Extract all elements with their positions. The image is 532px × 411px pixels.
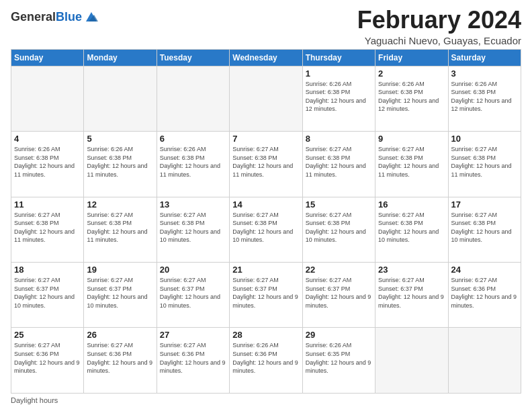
calendar-cell: 12Sunrise: 6:27 AM Sunset: 6:38 PM Dayli… <box>84 197 157 262</box>
calendar-cell: 20Sunrise: 6:27 AM Sunset: 6:37 PM Dayli… <box>157 263 229 328</box>
day-number: 16 <box>378 199 445 210</box>
day-info: Sunrise: 6:27 AM Sunset: 6:38 PM Dayligh… <box>160 211 226 244</box>
day-info: Sunrise: 6:27 AM Sunset: 6:38 PM Dayligh… <box>451 211 518 244</box>
calendar-cell: 3Sunrise: 6:26 AM Sunset: 6:38 PM Daylig… <box>448 66 521 131</box>
calendar-week-3: 11Sunrise: 6:27 AM Sunset: 6:38 PM Dayli… <box>11 197 521 262</box>
day-info: Sunrise: 6:27 AM Sunset: 6:38 PM Dayligh… <box>378 145 445 179</box>
calendar-cell: 19Sunrise: 6:27 AM Sunset: 6:37 PM Dayli… <box>84 263 157 328</box>
calendar-cell: 6Sunrise: 6:26 AM Sunset: 6:38 PM Daylig… <box>157 132 229 197</box>
calendar-header-thursday: Thursday <box>302 49 375 66</box>
calendar-header-friday: Friday <box>375 49 448 66</box>
day-number: 15 <box>306 199 372 210</box>
calendar-cell: 29Sunrise: 6:26 AM Sunset: 6:35 PM Dayli… <box>302 328 375 394</box>
day-info: Sunrise: 6:27 AM Sunset: 6:37 PM Dayligh… <box>87 276 153 310</box>
calendar-cell: 23Sunrise: 6:27 AM Sunset: 6:37 PM Dayli… <box>375 263 448 328</box>
logo: GeneralBlue <box>11 9 99 26</box>
day-info: Sunrise: 6:27 AM Sunset: 6:37 PM Dayligh… <box>306 276 372 310</box>
calendar-header-tuesday: Tuesday <box>157 49 229 66</box>
day-info: Sunrise: 6:27 AM Sunset: 6:38 PM Dayligh… <box>87 211 153 244</box>
calendar-cell: 22Sunrise: 6:27 AM Sunset: 6:37 PM Dayli… <box>302 263 375 328</box>
day-number: 20 <box>160 265 226 275</box>
calendar-cell: 9Sunrise: 6:27 AM Sunset: 6:38 PM Daylig… <box>375 132 448 197</box>
calendar-cell: 8Sunrise: 6:27 AM Sunset: 6:38 PM Daylig… <box>302 132 375 197</box>
day-number: 22 <box>306 265 372 275</box>
day-info: Sunrise: 6:26 AM Sunset: 6:35 PM Dayligh… <box>306 341 372 375</box>
logo-blue-text: Blue <box>56 10 82 24</box>
calendar-cell: 15Sunrise: 6:27 AM Sunset: 6:38 PM Dayli… <box>302 197 375 262</box>
day-number: 8 <box>306 134 372 144</box>
day-number: 3 <box>451 68 518 79</box>
calendar-week-5: 25Sunrise: 6:27 AM Sunset: 6:36 PM Dayli… <box>11 328 521 394</box>
calendar-cell: 26Sunrise: 6:27 AM Sunset: 6:36 PM Dayli… <box>84 328 157 394</box>
calendar-cell <box>375 328 448 394</box>
day-info: Sunrise: 6:27 AM Sunset: 6:37 PM Dayligh… <box>232 276 299 310</box>
calendar-cell <box>84 66 157 131</box>
day-number: 9 <box>378 134 445 144</box>
logo-general-text: General <box>11 10 56 24</box>
day-number: 12 <box>87 199 153 210</box>
day-info: Sunrise: 6:26 AM Sunset: 6:38 PM Dayligh… <box>451 80 518 113</box>
calendar-header-monday: Monday <box>84 49 157 66</box>
day-info: Sunrise: 6:27 AM Sunset: 6:38 PM Dayligh… <box>378 211 445 244</box>
day-info: Sunrise: 6:27 AM Sunset: 6:36 PM Dayligh… <box>160 341 226 375</box>
day-number: 14 <box>232 199 299 210</box>
day-info: Sunrise: 6:26 AM Sunset: 6:38 PM Dayligh… <box>160 145 226 179</box>
calendar-cell <box>157 66 229 131</box>
calendar-cell: 10Sunrise: 6:27 AM Sunset: 6:38 PM Dayli… <box>448 132 521 197</box>
calendar-cell: 1Sunrise: 6:26 AM Sunset: 6:38 PM Daylig… <box>302 66 375 131</box>
day-number: 4 <box>14 134 81 144</box>
footer: Daylight hours <box>11 396 521 404</box>
day-info: Sunrise: 6:27 AM Sunset: 6:37 PM Dayligh… <box>378 276 445 310</box>
day-number: 21 <box>232 265 299 275</box>
calendar-cell <box>230 66 302 131</box>
day-number: 10 <box>451 134 518 144</box>
day-number: 6 <box>160 134 226 144</box>
calendar-cell <box>448 328 521 394</box>
calendar-header-wednesday: Wednesday <box>230 49 302 66</box>
calendar-week-4: 18Sunrise: 6:27 AM Sunset: 6:37 PM Dayli… <box>11 263 521 328</box>
day-number: 28 <box>232 330 299 340</box>
day-number: 29 <box>306 330 372 340</box>
header: GeneralBlue February 2024 Yaguachi Nuevo… <box>11 7 521 46</box>
header-right: February 2024 Yaguachi Nuevo, Guayas, Ec… <box>357 7 521 46</box>
calendar-header-saturday: Saturday <box>448 49 521 66</box>
day-number: 13 <box>160 199 226 210</box>
day-number: 17 <box>451 199 518 210</box>
day-number: 25 <box>14 330 81 340</box>
page: GeneralBlue February 2024 Yaguachi Nuevo… <box>0 0 532 411</box>
calendar-header-row: SundayMondayTuesdayWednesdayThursdayFrid… <box>11 49 521 66</box>
day-info: Sunrise: 6:26 AM Sunset: 6:38 PM Dayligh… <box>87 145 153 179</box>
day-number: 23 <box>378 265 445 275</box>
calendar-cell: 7Sunrise: 6:27 AM Sunset: 6:38 PM Daylig… <box>230 132 302 197</box>
day-info: Sunrise: 6:27 AM Sunset: 6:38 PM Dayligh… <box>232 211 299 244</box>
day-info: Sunrise: 6:27 AM Sunset: 6:37 PM Dayligh… <box>14 276 81 310</box>
calendar-cell: 5Sunrise: 6:26 AM Sunset: 6:38 PM Daylig… <box>84 132 157 197</box>
day-number: 1 <box>306 68 372 79</box>
day-info: Sunrise: 6:27 AM Sunset: 6:36 PM Dayligh… <box>14 341 81 375</box>
day-info: Sunrise: 6:27 AM Sunset: 6:37 PM Dayligh… <box>160 276 226 310</box>
calendar-cell: 2Sunrise: 6:26 AM Sunset: 6:38 PM Daylig… <box>375 66 448 131</box>
logo-icon <box>83 9 99 26</box>
day-info: Sunrise: 6:26 AM Sunset: 6:38 PM Dayligh… <box>378 80 445 113</box>
month-title: February 2024 <box>357 7 521 34</box>
day-number: 11 <box>14 199 81 210</box>
day-number: 24 <box>451 265 518 275</box>
calendar-week-2: 4Sunrise: 6:26 AM Sunset: 6:38 PM Daylig… <box>11 132 521 197</box>
daylight-label: Daylight hours <box>11 396 58 404</box>
day-number: 2 <box>378 68 445 79</box>
calendar-cell: 13Sunrise: 6:27 AM Sunset: 6:38 PM Dayli… <box>157 197 229 262</box>
day-info: Sunrise: 6:27 AM Sunset: 6:36 PM Dayligh… <box>87 341 153 375</box>
day-number: 19 <box>87 265 153 275</box>
day-number: 26 <box>87 330 153 340</box>
calendar-cell <box>11 66 84 131</box>
calendar-cell: 17Sunrise: 6:27 AM Sunset: 6:38 PM Dayli… <box>448 197 521 262</box>
day-number: 27 <box>160 330 226 340</box>
day-number: 5 <box>87 134 153 144</box>
day-info: Sunrise: 6:27 AM Sunset: 6:38 PM Dayligh… <box>306 211 372 244</box>
calendar-cell: 25Sunrise: 6:27 AM Sunset: 6:36 PM Dayli… <box>11 328 84 394</box>
day-info: Sunrise: 6:26 AM Sunset: 6:38 PM Dayligh… <box>14 145 81 179</box>
day-number: 7 <box>232 134 299 144</box>
calendar-cell: 27Sunrise: 6:27 AM Sunset: 6:36 PM Dayli… <box>157 328 229 394</box>
calendar-cell: 11Sunrise: 6:27 AM Sunset: 6:38 PM Dayli… <box>11 197 84 262</box>
calendar-cell: 14Sunrise: 6:27 AM Sunset: 6:38 PM Dayli… <box>230 197 302 262</box>
